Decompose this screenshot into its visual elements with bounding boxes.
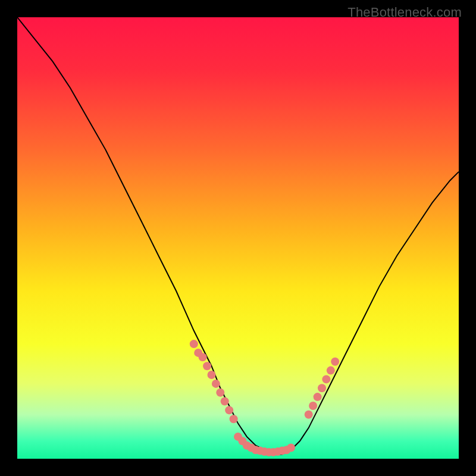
data-point (318, 384, 326, 392)
data-point (225, 406, 233, 414)
data-point (309, 402, 317, 410)
plot-area (17, 17, 459, 459)
data-point (327, 367, 335, 375)
data-point (305, 411, 313, 419)
data-point (212, 380, 220, 388)
data-point (216, 389, 224, 397)
data-point (221, 397, 229, 406)
curves-layer (17, 17, 459, 459)
watermark-text: TheBottleneck.com (347, 5, 462, 20)
chart-frame: TheBottleneck.com (0, 0, 476, 476)
data-point (230, 415, 238, 423)
data-point (314, 393, 322, 401)
data-point (208, 371, 216, 379)
data-point (331, 358, 339, 366)
curve-left-curve (17, 17, 273, 455)
data-point (287, 444, 295, 452)
data-point (190, 340, 198, 348)
data-point (203, 362, 211, 370)
data-point (199, 353, 207, 361)
data-point (322, 375, 330, 383)
curve-right-curve (273, 172, 459, 455)
